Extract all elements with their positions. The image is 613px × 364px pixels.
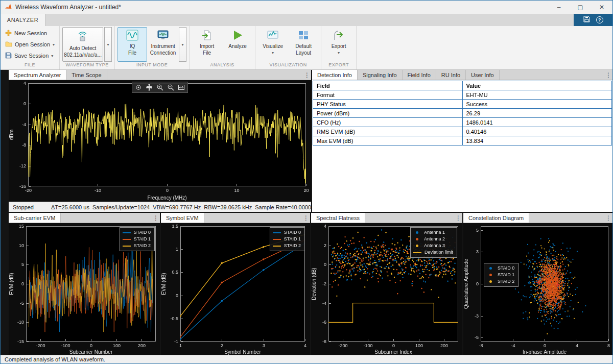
detection-info-panel: Detection Info Signaling Info Field Info… [312,70,612,212]
status-message: Completed analysis of WLAN waveform. [5,356,105,362]
save-session-label: Save Session [14,53,49,59]
zoom-in-icon[interactable] [155,83,164,91]
legend-item: STAID 0 [487,265,514,272]
auto-detect-button[interactable]: Auto Detect 802.11a/n/ac/a... [62,27,103,62]
table-row[interactable]: CFO (Hz)1486.0141 [313,118,612,127]
input-mode-dropdown[interactable]: ▾ [179,27,186,62]
visualize-label: Visualize [263,43,283,50]
table-row[interactable]: FormatEHT-MU [313,90,612,100]
legend-label: STAID 2 [498,278,514,285]
waveform-type-section: Auto Detect 802.11a/n/ac/a... ▾ WAVEFORM… [60,26,115,69]
tab-signaling-info[interactable]: Signaling Info [358,70,403,80]
zoom-out-icon[interactable] [166,83,175,91]
subcarrier-evm-plot-area: STAID 0STAID 1STAID 2 [9,223,160,356]
legend-swatch [489,267,492,270]
auto-detect-label-2: 802.11a/n/ac/a... [64,52,102,58]
window-title: Wireless Waveform Analyzer - untitled* [15,4,121,11]
legend-label: Antenna 3 [424,242,445,249]
table-row[interactable]: Max EVM (dB)13.834 [313,136,612,145]
tab-detection-info[interactable]: Detection Info [312,70,358,80]
detection-panel-header: Detection Info Signaling Info Field Info… [312,70,612,80]
legend-item: Deviation limit [413,249,453,256]
subcarrier-evm-header: Sub-carrier EVM ⋮ [9,213,160,223]
save-icon[interactable] [583,15,590,25]
title-bar: Wireless Waveform Analyzer - untitled* –… [1,1,612,14]
file-section-label: FILE [3,62,57,69]
visualize-button[interactable]: Visualize ▾ [258,27,288,62]
detection-table-body: FormatEHT-MUPHY StatusSuccessPower (dBm)… [313,90,612,145]
status-bar: Completed analysis of WLAN waveform. [1,355,612,363]
spectrum-plot-canvas[interactable] [9,80,311,202]
tab-subcarrier-evm[interactable]: Sub-carrier EVM [9,213,61,223]
table-cell: CFO (Hz) [313,118,463,127]
panel-menu-icon[interactable]: ⋮ [302,213,310,223]
maximize-button[interactable]: ▢ [570,1,591,14]
chevron-down-icon: ▾ [107,42,109,47]
panel-menu-icon[interactable]: ⋮ [604,70,612,80]
legend-label: STAID 1 [498,272,514,278]
import-file-button[interactable]: Import File [192,27,222,62]
instrument-connection-button[interactable]: Instrument Connection [148,27,178,62]
spectral-flatness-header: Spectral Flatness ⋮ [311,213,462,223]
tab-ru-info[interactable]: RU Info [436,70,466,80]
constellation-canvas[interactable] [463,223,612,356]
close-button[interactable]: ✕ [591,1,612,14]
ribbon-toolstrip: New Session Open Session ▾ Save Session … [1,26,612,70]
auto-detect-icon [76,30,89,44]
pan-icon[interactable] [145,83,154,91]
new-session-button[interactable]: New Session [3,28,57,38]
help-icon[interactable]: ? [596,16,603,23]
snapshot-icon[interactable] [134,83,143,91]
export-button[interactable]: Export ▾ [324,27,353,62]
tab-analyzer[interactable]: ANALYZER [1,14,45,26]
spectrum-plot-area [9,80,311,202]
table-header-row: Field Value [313,81,612,90]
table-row[interactable]: Power (dBm)26.29 [313,109,612,118]
legend-label: Deviation limit [425,249,453,256]
file-section: New Session Open Session ▾ Save Session … [1,26,60,69]
waveform-type-dropdown[interactable]: ▾ [104,27,112,62]
legend-item: STAID 1 [273,236,301,242]
tab-constellation-diagram[interactable]: Constellation Diagram [463,213,529,223]
export-section: Export ▾ EXPORT [321,26,357,69]
new-session-label: New Session [14,30,47,36]
open-session-button[interactable]: Open Session ▾ [3,39,57,50]
analyze-button[interactable]: Analyze [223,27,252,62]
spectrum-panel-header: Spectrum Analyzer Time Scope ⋮ [9,70,311,80]
panel-menu-icon[interactable]: ⋮ [152,213,160,223]
tab-spectral-flatness[interactable]: Spectral Flatness [311,213,365,223]
legend-item: Antenna 2 [413,236,453,242]
table-row[interactable]: PHY StatusSuccess [313,100,612,109]
fit-view-icon[interactable] [177,83,186,91]
legend-swatch [489,274,492,276]
tab-field-info[interactable]: Field Info [403,70,436,80]
window-controls: – ▢ ✕ [548,1,612,14]
constellation-panel: Constellation Diagram ⋮ STAID 0STAID 1ST… [463,213,612,356]
table-cell: PHY Status [313,100,463,109]
table-row[interactable]: RMS EVM (dB)0.40146 [313,127,612,136]
panel-menu-icon[interactable]: ⋮ [604,213,612,223]
panel-menu-icon[interactable]: ⋮ [303,70,311,80]
constellation-header: Constellation Diagram ⋮ [463,213,612,223]
input-mode-section: IQ File Instrument Connection ▾ INPUT MO… [115,26,190,69]
import-file-icon [201,30,213,42]
tab-time-scope[interactable]: Time Scope [66,70,107,80]
tab-user-info[interactable]: User Info [466,70,500,80]
tab-spectrum-analyzer[interactable]: Spectrum Analyzer [9,70,66,80]
analysis-section: Import File Analyze ANALYSIS [190,26,255,69]
folder-icon [5,41,12,48]
legend-item: STAID 0 [123,229,151,236]
visualization-section-label: VISUALIZATION [258,62,318,69]
panel-menu-icon[interactable]: ⋮ [454,213,462,223]
export-label: Export [332,43,346,50]
default-layout-button[interactable]: Default Layout [289,27,318,62]
iq-file-button[interactable]: IQ File [117,27,147,62]
minimize-button[interactable]: – [548,1,570,14]
spectral-flatness-plot-area: Antenna 1Antenna 2Antenna 3Deviation lim… [311,223,462,356]
plus-icon [5,30,12,37]
tab-symbol-evm[interactable]: Symbol EVM [161,213,204,223]
symbol-evm-header: Symbol EVM ⋮ [161,213,310,223]
instrument-label-2: Connection [150,50,176,56]
legend-label: STAID 2 [284,242,301,249]
save-session-button[interactable]: Save Session ▾ [3,51,57,61]
